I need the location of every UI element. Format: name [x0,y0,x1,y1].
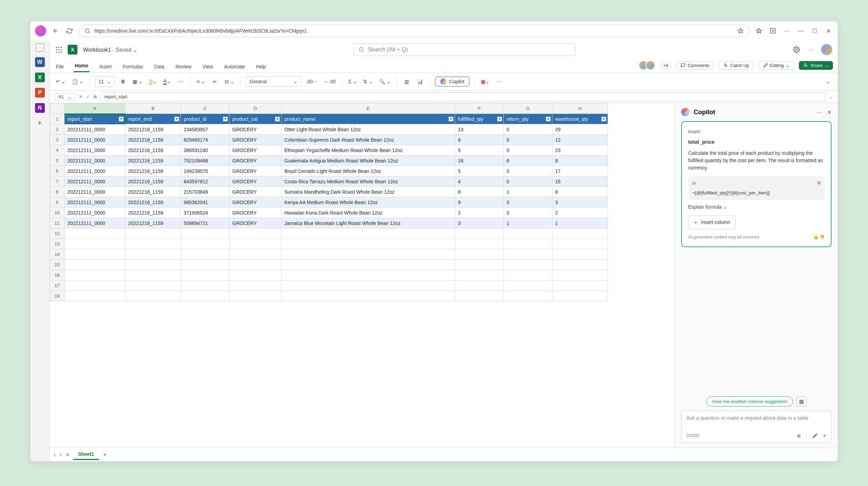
row-number[interactable]: 4 [50,145,65,156]
filter-button[interactable] [275,117,280,122]
table-header-product_name[interactable]: product_name [282,114,455,124]
cell[interactable] [229,260,282,270]
row-number[interactable]: 15 [50,260,65,270]
font-size-select[interactable]: 11 ⌄ [95,76,115,87]
cell[interactable]: 6 [504,156,552,166]
explain-formula-toggle[interactable]: Explain formula ⌄ [688,203,825,211]
cell[interactable]: GROCERY [229,197,282,208]
profile-avatar[interactable] [35,25,46,36]
cell[interactable]: 386591240 [181,145,229,156]
comments-button[interactable]: Comments [676,61,714,70]
thumbs-down-button[interactable]: 👎 [819,235,825,240]
row-number[interactable]: 7 [50,176,65,187]
column-header-F[interactable]: F [455,103,504,114]
cell[interactable]: Colombian Supremo Dark Roast Whole Bean … [282,135,455,145]
filter-button[interactable] [497,117,502,122]
cell[interactable] [125,260,181,270]
word-app-icon[interactable]: W [35,57,45,67]
cell[interactable] [504,280,552,291]
onenote-app-icon[interactable]: N [35,103,45,113]
row-number[interactable]: 2 [50,124,65,135]
another-suggestion-button[interactable]: Give me another column suggestion [706,396,793,407]
insert-column-button[interactable]: ＋Insert column [688,216,735,229]
cell[interactable]: GROCERY [229,156,282,166]
cell[interactable]: 149238075 [181,166,229,176]
filter-button[interactable] [546,117,551,122]
filter-button[interactable] [223,117,228,122]
cell[interactable]: 0 [504,197,552,208]
decrease-decimal-button[interactable]: ←.00 [323,76,337,87]
fill-color-button[interactable]: ◇ ⌄ [148,76,158,87]
ribbon-tab-file[interactable]: File [55,61,65,72]
cell[interactable]: 20221218_1159 [125,124,181,135]
cell[interactable]: 20221218_1159 [125,156,181,166]
wrap-text-button[interactable]: ↵ [210,76,220,87]
cell[interactable]: 202212111_0000 [65,187,125,197]
table-header-fullfilled_qty[interactable]: fullfilled_qty [455,114,504,124]
cell[interactable] [282,260,455,270]
cell[interactable] [455,280,504,291]
cell[interactable]: 0 [504,124,552,135]
cell[interactable]: Brazil Cerrado Light Roast Whole Bean 12… [282,166,455,176]
paste-button[interactable]: 📋 ⌄ [70,76,85,87]
cell[interactable] [504,291,552,301]
cell[interactable]: GROCERY [229,208,282,218]
row-number[interactable]: 17 [50,280,65,291]
row-number[interactable]: 16 [50,270,65,280]
accept-formula-button[interactable]: ✓ [86,94,90,99]
merge-button[interactable]: ⊟ ⌄ [223,76,236,87]
cell[interactable]: Sumatra Mandheling Dark Roast Whole Bean… [282,187,455,197]
collapse-ribbon-button[interactable]: ⌄ [823,76,833,87]
filter-button[interactable] [119,117,124,122]
cell[interactable] [282,249,455,260]
spreadsheet-grid[interactable]: ABCDEFGH1report_startreport_endproduct_i… [50,103,675,447]
cell[interactable] [455,249,504,260]
cell[interactable]: 0 [504,166,552,176]
cell[interactable]: 4 [455,176,504,187]
cell[interactable]: 5 [455,145,504,156]
cell[interactable]: 752109468 [181,156,229,166]
increase-decimal-button[interactable]: .00→ [305,76,319,87]
cell[interactable] [181,291,229,301]
font-color-button[interactable]: A ⌄ [162,76,172,87]
filter-button[interactable] [174,117,179,122]
more-font-button[interactable]: ⋯ [176,76,185,87]
align-button[interactable]: ≡ ⌄ [195,76,207,87]
cell[interactable]: GROCERY [229,166,282,176]
cell[interactable] [125,249,181,260]
name-box[interactable]: A1⌄ [55,93,75,100]
format-table-button[interactable]: ▦ ⌄ [479,76,491,87]
addins-button[interactable]: ▥ [402,76,412,87]
ribbon-tab-review[interactable]: Review [174,61,193,72]
cell[interactable] [229,280,282,291]
cell[interactable] [282,228,455,239]
cell[interactable] [181,239,229,249]
cell[interactable]: 202212111_0000 [65,135,125,145]
cell[interactable]: 202212111_0000 [65,166,125,176]
cell[interactable] [552,280,608,291]
cell[interactable] [282,280,455,291]
collaborators[interactable] [641,60,655,70]
cell[interactable]: Otter Light Roast Whole Bean 12oz [282,124,455,135]
ribbon-tab-view[interactable]: View [201,61,214,72]
thumbs-up-button[interactable]: 👍 [813,235,818,240]
cell[interactable]: 1 [504,218,552,228]
expand-formula-button[interactable]: ⌄ [829,94,833,99]
cell[interactable]: Hawaiian Kona Dark Roast Whole Bean 12oz [282,208,455,218]
cell[interactable]: 0 [504,135,552,145]
row-number[interactable]: 14 [50,249,65,260]
cell[interactable] [65,260,125,270]
cell[interactable]: 202212111_0000 [65,156,125,166]
column-header-E[interactable]: E [282,103,455,114]
minimize-button[interactable]: — [796,26,805,35]
cell[interactable]: GROCERY [229,124,282,135]
cell[interactable]: Costa Rica Tarrazu Medium Roast Whole Be… [282,176,455,187]
cell[interactable]: 20221218_1159 [125,218,181,228]
cell[interactable]: 3 [455,218,504,228]
cell[interactable] [125,280,181,291]
collab-count[interactable]: +4 [660,62,671,69]
cell[interactable]: 371906524 [181,208,229,218]
app-launcher-icon[interactable] [55,46,62,53]
cell[interactable]: 2 [552,208,608,218]
cell[interactable]: GROCERY [229,176,282,187]
